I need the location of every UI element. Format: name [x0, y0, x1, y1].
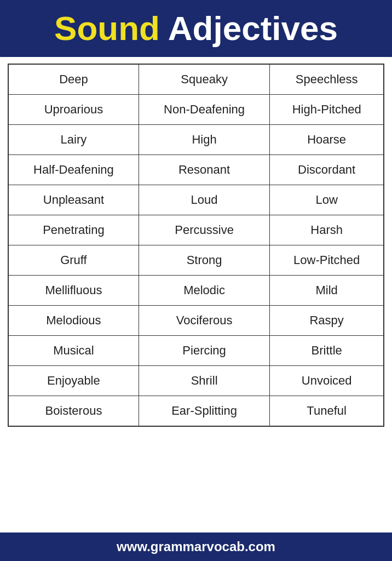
table-row: LairyHighHoarse [8, 125, 384, 155]
table-row: GruffStrongLow-Pitched [8, 245, 384, 276]
table-row: MellifluousMelodicMild [8, 276, 384, 306]
table-row: MusicalPiercingBrittle [8, 336, 384, 366]
table-cell-10-1: Shrill [139, 366, 269, 396]
table-row: DeepSqueakySpeechless [8, 64, 384, 95]
page-header: Sound Adjectives [0, 0, 392, 57]
table-cell-0-1: Squeaky [139, 64, 269, 95]
table-row: MelodiousVociferousRaspy [8, 306, 384, 336]
table-cell-6-2: Low-Pitched [270, 245, 384, 276]
table-cell-2-1: High [139, 125, 269, 155]
table-cell-3-1: Resonant [139, 155, 269, 185]
table-cell-1-0: Uproarious [8, 95, 139, 125]
table-cell-11-2: Tuneful [270, 396, 384, 427]
table-cell-0-0: Deep [8, 64, 139, 95]
table-cell-6-0: Gruff [8, 245, 139, 276]
table-cell-2-0: Lairy [8, 125, 139, 155]
table-cell-4-0: Unpleasant [8, 185, 139, 215]
table-cell-8-1: Vociferous [139, 306, 269, 336]
table-cell-9-2: Brittle [270, 336, 384, 366]
table-cell-8-0: Melodious [8, 306, 139, 336]
table-row: UproariousNon-DeafeningHigh-Pitched [8, 95, 384, 125]
table-container: DeepSqueakySpeechlessUproariousNon-Deafe… [0, 57, 392, 533]
table-cell-4-2: Low [270, 185, 384, 215]
title-word-sound: Sound [54, 9, 160, 47]
table-row: Half-DeafeningResonantDiscordant [8, 155, 384, 185]
table-cell-11-0: Boisterous [8, 396, 139, 427]
table-cell-3-0: Half-Deafening [8, 155, 139, 185]
table-cell-5-1: Percussive [139, 215, 269, 245]
page-title: Sound Adjectives [11, 10, 381, 47]
table-cell-1-2: High-Pitched [270, 95, 384, 125]
table-cell-4-1: Loud [139, 185, 269, 215]
table-cell-10-0: Enjoyable [8, 366, 139, 396]
table-cell-3-2: Discordant [270, 155, 384, 185]
table-cell-9-0: Musical [8, 336, 139, 366]
table-cell-8-2: Raspy [270, 306, 384, 336]
table-cell-5-0: Penetrating [8, 215, 139, 245]
table-cell-2-2: Hoarse [270, 125, 384, 155]
table-cell-9-1: Piercing [139, 336, 269, 366]
table-cell-10-2: Unvoiced [270, 366, 384, 396]
table-cell-0-2: Speechless [270, 64, 384, 95]
table-cell-6-1: Strong [139, 245, 269, 276]
table-cell-11-1: Ear-Splitting [139, 396, 269, 427]
table-row: PenetratingPercussiveHarsh [8, 215, 384, 245]
page-footer: www.grammarvocab.com [0, 533, 392, 561]
adjectives-table: DeepSqueakySpeechlessUproariousNon-Deafe… [8, 64, 384, 427]
table-cell-5-2: Harsh [270, 215, 384, 245]
table-row: EnjoyableShrillUnvoiced [8, 366, 384, 396]
footer-url: www.grammarvocab.com [117, 539, 275, 554]
table-cell-1-1: Non-Deafening [139, 95, 269, 125]
table-cell-7-2: Mild [270, 276, 384, 306]
table-row: BoisterousEar-SplittingTuneful [8, 396, 384, 427]
title-word-adjectives: Adjectives [168, 9, 338, 47]
table-cell-7-1: Melodic [139, 276, 269, 306]
table-row: UnpleasantLoudLow [8, 185, 384, 215]
table-cell-7-0: Mellifluous [8, 276, 139, 306]
